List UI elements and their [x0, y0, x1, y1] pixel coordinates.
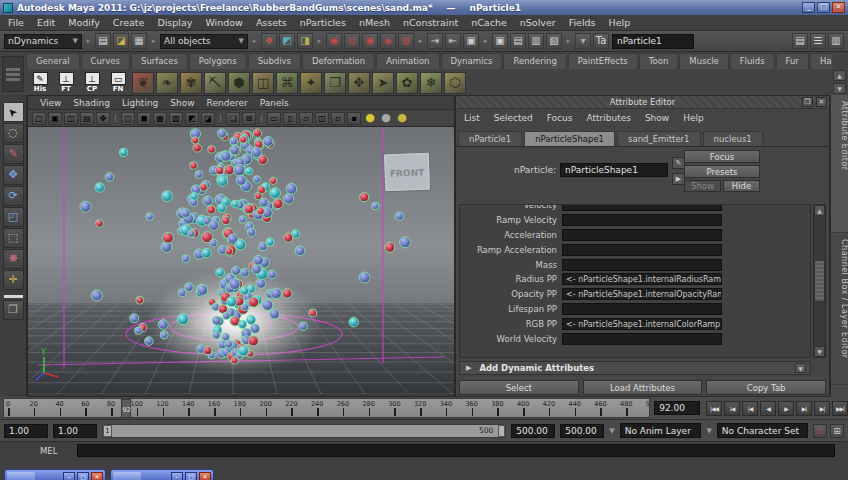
show-button[interactable]: Show [684, 180, 721, 192]
viewport-3d-view[interactable]: FRONTY [28, 127, 454, 396]
ae-menu-focus[interactable]: Focus [547, 113, 573, 123]
shelf-ft-tool[interactable]: ⊥FT [54, 71, 78, 94]
menu-display[interactable]: Display [157, 17, 192, 28]
viewport-menu-show[interactable]: Show [170, 98, 194, 108]
default-light-icon[interactable]: ● [363, 112, 377, 125]
ae-tab-nucleus1[interactable]: nucleus1 [703, 131, 763, 146]
group-divider[interactable]: ▸ [482, 34, 489, 49]
maximize-button[interactable]: □ [185, 472, 197, 480]
focus-button[interactable]: Focus [684, 150, 760, 163]
shelf-icon-5[interactable]: ⬢ [228, 72, 250, 94]
menu-nparticles[interactable]: nParticles [300, 17, 346, 28]
toggle-attribute-editor-icon[interactable]: ▤ [792, 33, 808, 49]
sidebar-tab-channel-box-layer-editor[interactable]: Channel Box / Layer Editor [831, 233, 848, 385]
shelf-history-tool[interactable]: ✎His [28, 71, 52, 94]
shelf-tab-toon[interactable]: Toon [639, 53, 679, 69]
close-button[interactable]: ✕ [199, 472, 211, 480]
snap-grid-icon[interactable]: ◉ [326, 33, 342, 49]
shelf-tab-fur[interactable]: Fur [776, 53, 809, 69]
menu-help[interactable]: Help [609, 17, 631, 28]
play-backwards-button[interactable]: ◀ [760, 401, 776, 416]
shelf-tab-painteffects[interactable]: PaintEffects [568, 53, 638, 69]
shelf-icon-10[interactable]: ✥ [348, 72, 370, 94]
attribute-value-field[interactable] [562, 259, 722, 271]
menu-ncache[interactable]: nCache [471, 17, 507, 28]
grid-toggle-icon[interactable]: ⊞ [242, 112, 256, 125]
shelf-tab-surfaces[interactable]: Surfaces [131, 53, 188, 69]
save-scene-icon[interactable]: ▦ [131, 33, 147, 49]
attribute-value-field[interactable]: <- nParticleShape1.internalOpacityRamp [562, 288, 722, 300]
shelf-icon-4[interactable]: ⛏ [204, 72, 226, 94]
ae-menu-help[interactable]: Help [683, 113, 704, 123]
quick-select-arrow-icon[interactable]: ▾ [575, 33, 591, 49]
shelf-icon-12[interactable]: ✿ [396, 72, 418, 94]
close-button[interactable]: ✕ [832, 2, 845, 13]
render-current-icon[interactable]: ▤ [510, 33, 526, 49]
attribute-value-field[interactable]: <- nParticleShape1.internalRadiusRamp [562, 273, 722, 285]
rotate-tool[interactable]: ⟳ [3, 186, 24, 206]
menu-window[interactable]: Window [205, 17, 242, 28]
shelf-tab-subdivs[interactable]: Subdivs [248, 53, 301, 69]
select-component-icon[interactable]: ◨ [297, 33, 313, 49]
viewport-menu-panels[interactable]: Panels [260, 98, 289, 108]
group-divider[interactable]: ▸ [565, 34, 572, 49]
shelf-icon-9[interactable]: ❒ [324, 72, 346, 94]
viewport-menu-lighting[interactable]: Lighting [122, 98, 158, 108]
group-divider[interactable]: ▸ [417, 34, 424, 49]
attribute-value-field[interactable]: <- nParticleShape1.internalColorRamp [562, 318, 722, 330]
attribute-scrollbar[interactable]: ▲ ▼ [813, 204, 826, 358]
xray-icon[interactable]: ◩ [185, 112, 199, 125]
selection-mask-dropdown[interactable]: All objects ▼ [160, 34, 248, 49]
step-back-frame-button[interactable]: |◀ [742, 401, 758, 416]
play-forwards-button[interactable]: ▶ [778, 401, 794, 416]
snap-curve-icon[interactable]: ◎ [344, 33, 360, 49]
menu-modify[interactable]: Modify [68, 17, 99, 28]
gate-mask-icon[interactable]: ▱ [299, 112, 313, 125]
animation-end-field[interactable]: 500.00 [560, 424, 604, 438]
current-time-field[interactable]: 92.00 [654, 401, 700, 415]
playback-start-field[interactable]: 1.00 [53, 424, 97, 438]
soft-modification-tool[interactable]: ❋ [3, 249, 24, 269]
group-divider[interactable]: ▸ [85, 34, 92, 49]
select-object-icon[interactable]: ◩ [279, 33, 295, 49]
current-frame-indicator[interactable]: 92 [121, 399, 131, 418]
step-forward-key-button[interactable]: ▶| [814, 401, 830, 416]
shelf-tab-animation[interactable]: Animation [376, 53, 439, 69]
shelf-fn-tool[interactable]: ▭FN [106, 71, 130, 94]
lasso-select-tool[interactable]: ◌ [3, 123, 24, 143]
all-lights-icon[interactable]: ● [379, 112, 393, 125]
restore-panel-icon[interactable]: ❐ [802, 97, 813, 107]
input-connections-icon[interactable]: ⇥ [427, 33, 443, 49]
backface-icon[interactable]: ◪ [201, 112, 215, 125]
shelf-icon-1[interactable]: ❦ [132, 72, 154, 94]
anim-layer-dropdown[interactable]: No Anim Layer [620, 423, 702, 438]
playback-end-field[interactable]: 500.00 [511, 424, 555, 438]
shelf-icon-13[interactable]: ❄ [420, 72, 442, 94]
minimize-button[interactable]: – [171, 472, 183, 480]
lit-icon[interactable]: ▧ [169, 112, 183, 125]
shelf-icon-8[interactable]: ✦ [300, 72, 322, 94]
output-connections-icon[interactable]: ⇤ [445, 33, 461, 49]
ae-menu-selected[interactable]: Selected [494, 113, 533, 123]
animation-start-field[interactable]: 1.00 [4, 424, 48, 438]
timeline-ruler[interactable]: 0204060801001201401601802002202402602803… [3, 398, 650, 418]
perspective-viewport[interactable]: ViewShadingLightingShowRendererPanels ▢▣… [27, 95, 455, 397]
layout-single-pane-button[interactable]: ❐ [3, 300, 24, 320]
hide-button[interactable]: Hide [723, 180, 760, 192]
two-d-pan-icon[interactable]: ✥ [96, 112, 110, 125]
field-chart-icon[interactable]: ◫ [315, 112, 329, 125]
floating-window-2[interactable]: –□✕ [110, 469, 214, 480]
viewport-menu-renderer[interactable]: Renderer [207, 98, 248, 108]
textured-icon[interactable]: ▦ [153, 112, 167, 125]
menu-create[interactable]: Create [113, 17, 145, 28]
shelf-tab-general[interactable]: General [26, 53, 80, 69]
add-dynamic-attributes-expander[interactable]: ▶ Add Dynamic Attributes ▼ [459, 361, 811, 375]
scroll-page-down-icon[interactable]: ▼ [795, 363, 806, 373]
shelf-tab-muscle[interactable]: Muscle [679, 53, 728, 69]
command-line-label[interactable]: MEL [40, 446, 57, 456]
camera-select-icon[interactable]: ▢ [32, 112, 46, 125]
snap-plane-icon[interactable]: ◈ [380, 33, 396, 49]
shelf-icon-3[interactable]: ✾ [180, 72, 202, 94]
show-manipulator-tool[interactable]: ✛ [3, 270, 24, 290]
shelf-menu-icon[interactable] [2, 56, 24, 92]
